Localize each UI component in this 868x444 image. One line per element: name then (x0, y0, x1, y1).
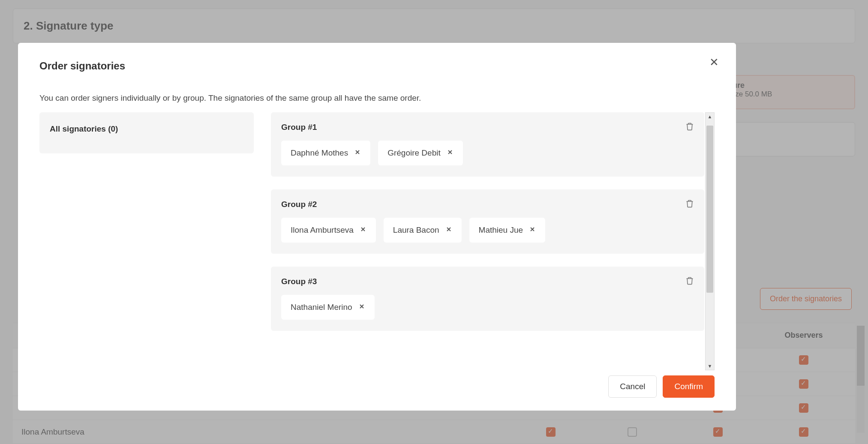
group-members: Daphné MothesGrégoire Debit (281, 141, 694, 165)
signatory-chip[interactable]: Grégoire Debit (378, 141, 463, 165)
group-members: Ilona AmburtsevaLaura BaconMathieu Jue (281, 218, 694, 243)
trash-icon[interactable] (685, 276, 694, 287)
all-signatories-label: All signatories (0) (50, 124, 118, 133)
chip-label: Ilona Amburtseva (291, 225, 354, 235)
order-signatories-modal: Order signatories ✕ You can order signer… (18, 43, 736, 411)
groups-wrapper: Group #1Daphné MothesGrégoire DebitGroup… (271, 112, 715, 370)
chip-label: Mathieu Jue (479, 225, 523, 235)
signatory-chip[interactable]: Laura Bacon (384, 218, 462, 243)
close-icon[interactable] (354, 148, 361, 158)
close-icon[interactable]: ✕ (709, 56, 719, 69)
close-icon[interactable] (445, 225, 452, 235)
group-card: Group #3Nathaniel Merino (271, 267, 704, 331)
modal-overlay: Order signatories ✕ You can order signer… (0, 0, 868, 444)
trash-icon[interactable] (685, 122, 694, 133)
chip-label: Laura Bacon (393, 225, 439, 235)
signatory-chip[interactable]: Mathieu Jue (469, 218, 546, 243)
group-card: Group #1Daphné MothesGrégoire Debit (271, 112, 704, 177)
groups-scrollbar[interactable]: ▲ ▼ (705, 112, 715, 370)
scrollbar-thumb[interactable] (706, 126, 713, 293)
group-card: Group #2Ilona AmburtsevaLaura BaconMathi… (271, 189, 704, 254)
scroll-down-icon[interactable]: ▼ (706, 362, 714, 370)
signatory-chip[interactable]: Daphné Mothes (281, 141, 370, 165)
chip-label: Nathaniel Merino (291, 303, 352, 312)
close-icon[interactable] (358, 303, 365, 312)
group-title: Group #3 (281, 277, 694, 286)
confirm-button[interactable]: Confirm (663, 375, 715, 398)
chip-label: Daphné Mothes (291, 148, 348, 158)
modal-description: You can order signers individually or by… (39, 93, 715, 103)
close-icon[interactable] (360, 225, 366, 235)
modal-title: Order signatories (39, 60, 715, 72)
group-title: Group #1 (281, 123, 694, 132)
close-icon[interactable] (529, 225, 536, 235)
close-icon[interactable] (447, 148, 454, 158)
signatory-chip[interactable]: Ilona Amburtseva (281, 218, 376, 243)
signatory-chip[interactable]: Nathaniel Merino (281, 295, 375, 320)
group-members: Nathaniel Merino (281, 295, 694, 320)
modal-footer: Cancel Confirm (39, 375, 715, 398)
all-signatories-box[interactable]: All signatories (0) (39, 112, 254, 153)
cancel-button[interactable]: Cancel (608, 375, 657, 398)
group-title: Group #2 (281, 200, 694, 209)
chip-label: Grégoire Debit (387, 148, 441, 158)
scroll-up-icon[interactable]: ▲ (706, 113, 714, 120)
trash-icon[interactable] (685, 199, 694, 210)
